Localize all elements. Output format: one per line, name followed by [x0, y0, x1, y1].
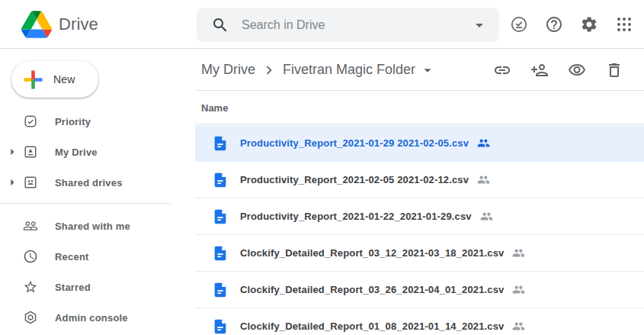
sidebar-item-label: Shared drives	[55, 177, 123, 188]
search-input[interactable]: Search in Drive	[197, 8, 499, 42]
sidebar-item-shared-drives[interactable]: Shared drives	[0, 167, 195, 198]
file-name: Clockify_Detailed_Report_01_08_2021-01_1…	[240, 321, 504, 332]
csv-file-icon	[212, 135, 229, 152]
sidebar-item-shared-with-me[interactable]: Shared with me	[0, 211, 195, 241]
sidebar-nav-top: Priority My Drive	[0, 106, 195, 198]
shared-people-icon	[512, 283, 525, 296]
list-header: Name	[195, 92, 644, 124]
chevron-right-icon	[261, 62, 277, 79]
preview-eye-icon[interactable]	[568, 61, 586, 79]
csv-file-icon	[212, 282, 229, 298]
shared-people-icon	[512, 246, 525, 259]
priority-icon	[23, 114, 38, 129]
share-person-add-icon[interactable]	[530, 61, 549, 79]
file-row[interactable]: Productivity_Report_2021-02-05 2021-02-1…	[195, 162, 644, 198]
shared-people-icon	[477, 173, 490, 186]
folder-menu-caret-icon[interactable]	[419, 62, 436, 79]
shared-people-icon	[480, 210, 493, 223]
file-row[interactable]: Clockify_Detailed_Report_03_12_2021-03_1…	[195, 235, 644, 272]
sidebar-item-label: My Drive	[55, 147, 98, 158]
shared-people-icon	[477, 137, 490, 150]
recent-clock-icon	[23, 249, 38, 264]
top-app-bar: Drive Search in Drive	[0, 0, 644, 49]
file-row[interactable]: Clockify_Detailed_Report_01_08_2021-01_1…	[195, 308, 644, 335]
my-drive-icon	[23, 144, 38, 159]
admin-console-icon	[23, 310, 38, 325]
sidebar-item-starred[interactable]: Starred	[0, 272, 195, 302]
sidebar-item-label: Admin console	[55, 312, 128, 324]
new-button[interactable]: New	[11, 61, 98, 98]
sidebar-item-priority[interactable]: Priority	[0, 106, 195, 137]
sidebar-divider	[0, 203, 171, 204]
delete-trash-icon[interactable]	[605, 61, 623, 79]
settings-gear-icon[interactable]	[580, 15, 598, 34]
drive-home-link[interactable]: Drive	[21, 11, 98, 38]
file-name: Productivity_Report_2021-02-05 2021-02-1…	[240, 174, 469, 185]
sidebar-nav-bottom: Shared with me Recent Starred Admin	[0, 211, 195, 333]
breadcrumb-bar: My Drive Fivetran Magic Folder	[195, 50, 644, 91]
sidebar: New Priority My Drive	[0, 50, 195, 335]
csv-file-icon	[212, 318, 229, 335]
sidebar-item-label: Priority	[55, 116, 91, 127]
csv-file-icon	[212, 245, 229, 262]
breadcrumb-current-folder[interactable]: Fivetran Magic Folder	[283, 62, 415, 78]
multicolor-plus-icon	[23, 69, 43, 90]
csv-file-icon	[212, 208, 229, 225]
sidebar-item-label: Shared with me	[55, 221, 130, 232]
expand-arrow-icon[interactable]	[5, 175, 20, 190]
drive-logo-icon	[21, 11, 52, 38]
expand-arrow-icon[interactable]	[5, 144, 20, 159]
file-rows: Productivity_Report_2021-01-29 2021-02-0…	[195, 125, 644, 335]
breadcrumb-my-drive[interactable]: My Drive	[201, 62, 255, 78]
file-row[interactable]: Productivity_Report_2021-01-22_2021-01-2…	[195, 198, 644, 235]
get-link-icon[interactable]	[493, 61, 511, 79]
shared-drives-icon	[23, 175, 38, 190]
file-name: Clockify_Detailed_Report_03_12_2021-03_1…	[240, 247, 504, 259]
file-row[interactable]: Clockify_Detailed_Report_03_26_2021-04_0…	[195, 272, 644, 308]
app-title: Drive	[59, 14, 98, 34]
file-list-panel: My Drive Fivetran Magic Folder	[195, 50, 644, 335]
shared-people-icon	[512, 320, 525, 333]
selection-toolbar	[493, 61, 623, 79]
file-row[interactable]: Productivity_Report_2021-01-29 2021-02-0…	[195, 125, 644, 162]
apps-grid-icon[interactable]	[615, 15, 633, 34]
breadcrumb: My Drive Fivetran Magic Folder	[201, 62, 436, 79]
csv-file-icon	[212, 172, 229, 188]
new-button-label: New	[53, 73, 75, 85]
sidebar-item-label: Recent	[55, 251, 89, 263]
shared-with-me-icon	[23, 218, 38, 234]
sidebar-item-label: Starred	[55, 282, 91, 293]
star-icon	[23, 279, 38, 295]
file-name: Productivity_Report_2021-01-29 2021-02-0…	[240, 137, 469, 149]
search-icon	[211, 16, 229, 34]
name-column-header[interactable]: Name	[201, 102, 228, 114]
sidebar-item-recent[interactable]: Recent	[0, 241, 195, 272]
sidebar-item-admin-console[interactable]: Admin console	[0, 302, 195, 333]
google-drive-window: Drive Search in Drive	[0, 0, 644, 335]
help-icon[interactable]	[545, 15, 563, 34]
file-name: Productivity_Report_2021-01-22_2021-01-2…	[240, 211, 472, 222]
search-options-dropdown-icon[interactable]	[470, 16, 489, 34]
file-name: Clockify_Detailed_Report_03_26_2021-04_0…	[240, 284, 504, 295]
offline-status-icon[interactable]	[510, 15, 528, 34]
search-placeholder: Search in Drive	[242, 18, 470, 32]
sidebar-item-my-drive[interactable]: My Drive	[0, 137, 195, 167]
topbar-actions	[510, 15, 633, 34]
